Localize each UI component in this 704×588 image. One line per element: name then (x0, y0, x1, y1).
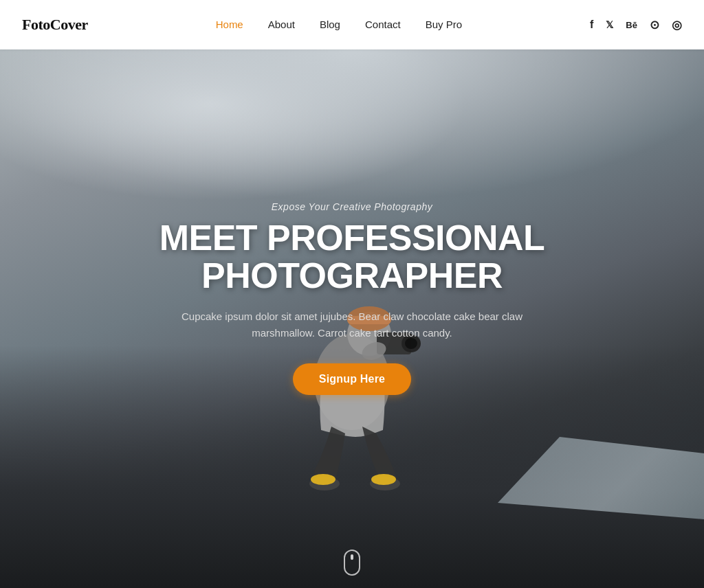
brand-logo[interactable]: FotoCover (22, 16, 88, 34)
nav-link-home[interactable]: Home (216, 19, 243, 30)
behance-icon[interactable]: Bē (626, 20, 637, 30)
instagram-icon[interactable]: ⊙ (650, 18, 659, 32)
nav-links: Home About Blog Contact Buy Pro (216, 19, 462, 31)
nav-item-about[interactable]: About (268, 19, 295, 31)
svg-point-11 (371, 474, 396, 485)
hero-title: MEET PROFESSIONAL PHOTOGRAPHER (118, 219, 586, 294)
hero-subtitle: Expose Your Creative Photography (118, 201, 586, 212)
navbar: FotoCover Home About Blog Contact Buy Pr… (0, 0, 704, 49)
signup-button[interactable]: Signup Here (293, 363, 411, 395)
nav-item-contact[interactable]: Contact (365, 19, 401, 31)
svg-point-9 (311, 474, 336, 485)
scroll-indicator (344, 550, 360, 576)
social-links: f 𝕏 Bē ⊙ ◎ (590, 18, 682, 32)
hero-description: Cupcake ipsum dolor sit amet jujubes. Be… (173, 308, 531, 341)
nav-item-home[interactable]: Home (216, 19, 243, 31)
nav-link-blog[interactable]: Blog (320, 19, 340, 30)
nav-link-buypro[interactable]: Buy Pro (426, 19, 462, 30)
other-social-icon[interactable]: ◎ (672, 18, 682, 32)
facebook-icon[interactable]: f (590, 19, 593, 31)
hero-content: Expose Your Creative Photography MEET PR… (104, 201, 600, 394)
nav-link-about[interactable]: About (268, 19, 295, 30)
nav-link-contact[interactable]: Contact (365, 19, 401, 30)
twitter-icon[interactable]: 𝕏 (606, 19, 613, 30)
nav-item-blog[interactable]: Blog (320, 19, 340, 31)
hero-section: Expose Your Creative Photography MEET PR… (0, 49, 704, 588)
nav-item-buypro[interactable]: Buy Pro (426, 19, 462, 31)
